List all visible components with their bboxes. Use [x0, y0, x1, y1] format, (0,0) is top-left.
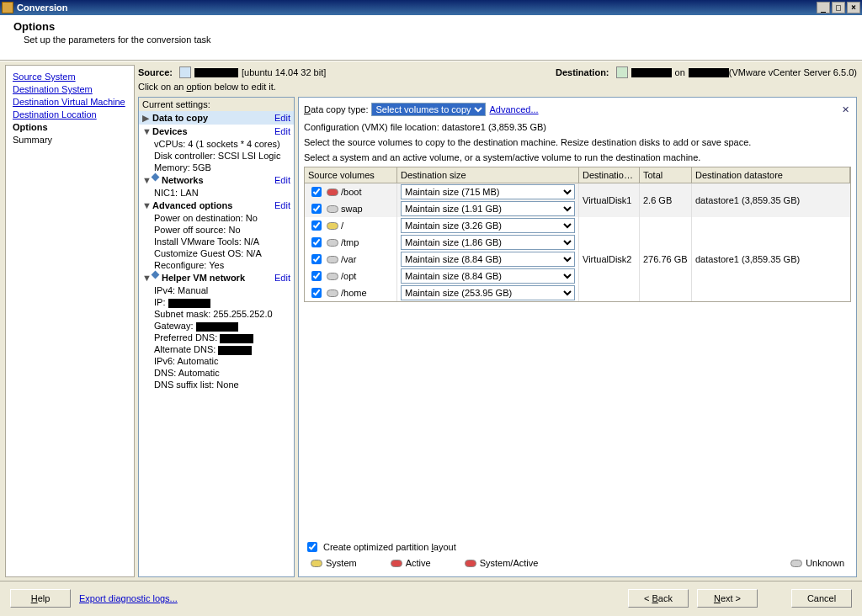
volume-name: /var — [341, 254, 356, 264]
col-source-volumes[interactable]: Source volumes — [305, 167, 397, 183]
window-title: Conversion — [17, 3, 68, 13]
help-button[interactable]: Help — [10, 589, 71, 608]
disk-icon — [327, 189, 338, 196]
destination-size-select[interactable]: Maintain size (8.84 GB) — [401, 268, 575, 284]
close-button[interactable]: × — [847, 2, 860, 13]
edit-helper[interactable]: Edit — [274, 272, 290, 284]
source-label: Source: — [138, 67, 173, 77]
table-row: /varMaintain size (8.84 GB) — [305, 251, 579, 268]
devices-memory: Memory: 5GB — [139, 162, 294, 173]
nav-destination-vm[interactable]: Destination Virtual Machine — [13, 96, 127, 109]
unknown-icon — [790, 560, 802, 567]
destination-size-select[interactable]: Maintain size (1.86 GB) — [401, 235, 575, 250]
volume-name: / — [341, 220, 343, 231]
disk-icon — [327, 239, 338, 247]
detail-panel: Data copy type: Select volumes to copy A… — [298, 97, 857, 577]
nav-destination-system[interactable]: Destination System — [13, 83, 127, 96]
helper-adns: Alternate DNS: — [139, 343, 294, 355]
disk-icon — [327, 205, 338, 213]
settings-title: Current settings: — [139, 98, 294, 111]
destination-size-select[interactable]: Maintain size (3.26 GB) — [401, 218, 575, 233]
expand-icon: ▶ — [142, 112, 152, 124]
destination-size-select[interactable]: Maintain size (715 MB) — [401, 184, 575, 199]
col-total[interactable]: Total — [640, 167, 692, 183]
page-title: Options — [13, 20, 849, 33]
helper-ipv4: IPv4: Manual — [139, 284, 294, 296]
dest-host-redacted — [689, 68, 729, 77]
total-size: 276.76 GB — [640, 217, 692, 301]
adv-poweroff: Power off source: No — [139, 224, 294, 236]
source-name-redacted — [194, 68, 238, 77]
adv-vmtools: Install VMware Tools: N/A — [139, 236, 294, 247]
minimize-button[interactable]: _ — [817, 2, 830, 13]
edit-networks[interactable]: Edit — [274, 174, 290, 186]
tree-helper-vm[interactable]: ▼ Helper VM network Edit — [139, 271, 294, 284]
wizard-steps: Source System Destination System Destina… — [5, 65, 135, 577]
tree-devices[interactable]: ▼ Devices Edit — [139, 125, 294, 138]
destination-datastore: datastore1 (3,859.35 GB) — [692, 183, 850, 217]
wizard-header: Options Set up the parameters for the co… — [0, 15, 862, 61]
export-logs-link[interactable]: Export diagnostic logs... — [79, 593, 178, 603]
tree-advanced[interactable]: ▼ Advanced options Edit — [139, 199, 294, 212]
app-icon — [2, 2, 13, 13]
copy-type-select[interactable]: Select volumes to copy — [371, 103, 486, 116]
table-row: /tmpMaintain size (1.86 GB) — [305, 234, 579, 251]
optimize-layout-checkbox[interactable] — [307, 542, 317, 552]
helper-dns: DNS: Automatic — [139, 367, 294, 379]
destination-datastore: datastore1 (3,859.35 GB) — [692, 217, 850, 301]
volume-name: /boot — [341, 187, 361, 197]
nav-summary: Summary — [13, 134, 127, 146]
volume-checkbox[interactable] — [311, 254, 322, 264]
page-subtitle: Set up the parameters for the conversion… — [24, 35, 849, 45]
volume-checkbox[interactable] — [311, 220, 322, 231]
col-destination-size[interactable]: Destination size — [397, 167, 579, 183]
helper-subnet: Subnet mask: 255.255.252.0 — [139, 308, 294, 320]
panel-close-icon[interactable]: ✕ — [839, 104, 851, 115]
next-button[interactable]: Next > — [697, 589, 758, 608]
system-icon — [311, 560, 322, 567]
dest-server: (VMware vCenter Server 6.5.0) — [729, 67, 857, 77]
adv-poweron: Power on destination: No — [139, 212, 294, 224]
nav-source-system[interactable]: Source System — [13, 71, 127, 83]
devices-disk-controller: Disk controller: SCSI LSI Logic — [139, 150, 294, 162]
cancel-button[interactable]: Cancel — [791, 589, 852, 608]
edit-devices[interactable]: Edit — [274, 125, 290, 137]
dest-name-redacted — [631, 68, 672, 77]
maximize-button[interactable]: □ — [832, 2, 845, 13]
tree-data-to-copy[interactable]: ▶ Data to copy Edit — [139, 111, 294, 125]
vmx-location: Configuration (VMX) file location: datas… — [304, 121, 851, 133]
helper-gateway: Gateway: — [139, 320, 294, 332]
legend: System Active System/Active Unknown — [304, 555, 851, 571]
col-destination-datastore[interactable]: Destination datastore — [692, 167, 850, 183]
collapse-icon: ▼ — [142, 125, 152, 137]
table-header: Source volumes Destination size Destinat… — [305, 167, 850, 183]
disk-icon — [327, 222, 338, 230]
edit-advanced[interactable]: Edit — [274, 199, 290, 211]
advanced-link[interactable]: Advanced... — [489, 104, 538, 114]
back-button[interactable]: < Back — [628, 589, 689, 608]
table-row: /optMaintain size (8.84 GB) — [305, 268, 579, 284]
tree-networks[interactable]: ▼ Networks Edit — [139, 173, 294, 187]
helper-ip: IP: — [139, 296, 294, 308]
volume-checkbox[interactable] — [311, 187, 322, 197]
volumes-table: Source volumes Destination size Destinat… — [304, 167, 851, 302]
disk-icon — [327, 256, 338, 263]
edit-data-to-copy[interactable]: Edit — [274, 112, 290, 124]
volume-checkbox[interactable] — [311, 288, 322, 298]
titlebar: Conversion _ □ × — [0, 0, 862, 15]
adv-customize: Customize Guest OS: N/A — [139, 247, 294, 259]
disk-icon — [327, 273, 338, 280]
source-os: [ubuntu 14.04 32 bit] — [242, 67, 326, 77]
table-row: /Maintain size (3.26 GB) — [305, 217, 579, 234]
destination-size-select[interactable]: Maintain size (1.91 GB) — [401, 201, 575, 216]
volume-checkbox[interactable] — [311, 237, 322, 247]
volume-checkbox[interactable] — [311, 204, 322, 214]
col-destination-layout[interactable]: Destinatio… — [579, 167, 640, 183]
destination-size-select[interactable]: Maintain size (253.95 GB) — [401, 285, 575, 300]
system-active-icon — [465, 560, 476, 567]
destination-size-select[interactable]: Maintain size (8.84 GB) — [401, 252, 575, 267]
source-dest-bar: Source: [ubuntu 14.04 32 bit] Destinatio… — [138, 65, 857, 80]
nav-destination-location[interactable]: Destination Location — [13, 109, 127, 121]
volume-checkbox[interactable] — [311, 271, 322, 281]
volume-name: /opt — [341, 271, 356, 281]
